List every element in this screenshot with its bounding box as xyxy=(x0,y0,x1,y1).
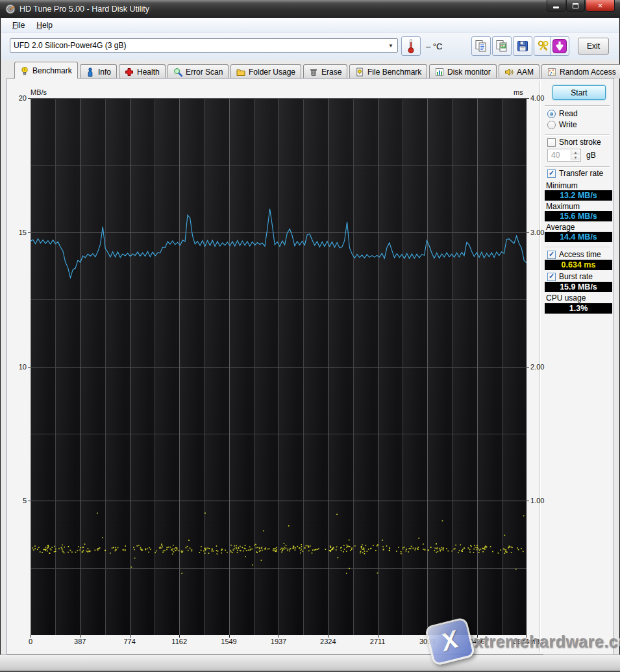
error-scan-icon xyxy=(173,68,182,77)
minimize-icon xyxy=(553,6,559,8)
x-tick-label: 387 xyxy=(74,638,86,645)
tab-label: Health xyxy=(137,68,160,77)
write-radio-row[interactable]: Write xyxy=(547,120,577,129)
write-radio-label: Write xyxy=(559,120,577,129)
random-access-icon xyxy=(547,68,556,77)
tab-benchmark[interactable]: Benchmark xyxy=(14,62,78,79)
capacity-spinner[interactable]: 40 ▲▼ xyxy=(547,149,581,162)
title-bar: HD Tune Pro 5.00 - Hard Disk Utility × xyxy=(0,0,620,18)
app-icon xyxy=(5,4,16,14)
access-time-checkbox[interactable] xyxy=(547,251,556,259)
separator xyxy=(545,134,610,135)
device-select[interactable]: UFD 2.0 Silicon-Power4G (3 gB) ▼ xyxy=(10,38,398,53)
start-button-label: Start xyxy=(571,88,587,97)
tab-aam[interactable]: AAM xyxy=(499,64,539,79)
tab-info[interactable]: Info xyxy=(80,64,117,79)
maximum-label: Maximum xyxy=(546,202,580,211)
save-button[interactable] xyxy=(513,36,532,56)
maximize-icon xyxy=(573,3,578,8)
x-tick-mark xyxy=(527,635,527,638)
average-value: 14.4 MB/s xyxy=(545,232,612,242)
disk-monitor-icon xyxy=(435,68,444,77)
y-left-tick-mark xyxy=(28,367,31,367)
y-right-tick-mark xyxy=(527,367,529,367)
x-tick-label: 1937 xyxy=(271,638,286,645)
spinner-down-icon[interactable]: ▼ xyxy=(571,155,580,160)
x-tick-mark xyxy=(130,635,130,638)
menu-bar: File Help xyxy=(1,18,619,32)
exit-button[interactable]: Exit xyxy=(578,38,609,55)
x-tick-label: 1162 xyxy=(171,638,187,645)
x-tick-label: 3099 xyxy=(419,638,435,645)
short-stroke-row[interactable]: Short stroke xyxy=(547,138,601,147)
toolbar: UFD 2.0 Silicon-Power4G (3 gB) ▼ – °C xyxy=(1,32,619,60)
x-tick-label: 2324 xyxy=(320,638,336,645)
burst-rate-row[interactable]: Burst rate xyxy=(547,272,593,281)
tab-label: Erase xyxy=(321,68,341,77)
x-tick-label: 2711 xyxy=(370,638,386,645)
x-tick-mark xyxy=(179,635,180,638)
tab-error-scan[interactable]: Error Scan xyxy=(167,64,229,79)
tab-health[interactable]: Health xyxy=(119,64,166,79)
transfer-rate-checkbox[interactable] xyxy=(547,169,556,178)
start-button[interactable]: Start xyxy=(552,85,606,100)
read-radio[interactable] xyxy=(547,110,556,118)
copy-text-button[interactable] xyxy=(471,36,491,56)
options-keys-icon xyxy=(537,40,550,53)
chevron-down-icon[interactable]: ▼ xyxy=(386,40,396,51)
menu-help[interactable]: Help xyxy=(31,19,58,31)
capacity-row: 40 ▲▼ gB xyxy=(547,149,596,162)
read-radio-row[interactable]: Read xyxy=(547,109,578,118)
info-icon xyxy=(86,68,95,77)
x-tick-mark xyxy=(477,635,478,638)
minimize-button[interactable] xyxy=(547,0,565,12)
write-radio[interactable] xyxy=(547,121,556,129)
access-time-row[interactable]: Access time xyxy=(547,250,601,259)
copy-image-button[interactable] xyxy=(492,36,512,56)
x-tick-mark xyxy=(427,635,428,638)
tab-file-benchmark[interactable]: File Benchmark xyxy=(349,64,427,79)
y-left-tick-label: 20 xyxy=(10,94,27,102)
y-right-tick-label: 3.00 xyxy=(530,229,552,236)
tab-disk-monitor[interactable]: Disk monitor xyxy=(429,64,497,79)
x-tick-mark xyxy=(378,635,378,638)
device-select-value: UFD 2.0 Silicon-Power4G (3 gB) xyxy=(14,41,126,50)
temperature-button[interactable] xyxy=(401,36,421,56)
spinner-arrows[interactable]: ▲▼ xyxy=(571,150,580,160)
benchmark-icon xyxy=(20,66,29,75)
spinner-up-icon[interactable]: ▲ xyxy=(571,150,580,155)
close-button[interactable]: × xyxy=(586,0,615,12)
tab-erase[interactable]: Erase xyxy=(303,64,347,79)
minimum-label: Minimum xyxy=(546,181,578,190)
close-icon: × xyxy=(598,1,603,10)
maximize-button[interactable] xyxy=(566,0,585,12)
burst-rate-checkbox[interactable] xyxy=(547,273,556,281)
tab-label: Info xyxy=(98,68,111,77)
x-tick-mark xyxy=(229,635,230,638)
tab-label: File Benchmark xyxy=(367,68,421,77)
transfer-rate-label: Transfer rate xyxy=(559,169,603,178)
tab-random-access[interactable]: Random Access xyxy=(541,64,620,79)
erase-icon xyxy=(309,68,318,77)
exit-button-label: Exit xyxy=(587,42,600,51)
capacity-unit: gB xyxy=(586,151,596,160)
separator xyxy=(545,247,610,247)
health-icon xyxy=(125,68,134,77)
tab-label: Disk monitor xyxy=(447,68,491,77)
save-icon xyxy=(516,40,529,53)
window-title: HD Tune Pro 5.00 - Hard Disk Utility xyxy=(19,5,149,14)
x-tick-mark xyxy=(328,635,329,638)
menu-file[interactable]: File xyxy=(6,19,31,31)
transfer-rate-row[interactable]: Transfer rate xyxy=(547,169,603,178)
tab-label: Benchmark xyxy=(32,66,72,75)
y-left-tick-label: 5 xyxy=(10,497,27,504)
file-benchmark-icon xyxy=(355,68,364,77)
separator xyxy=(545,105,610,106)
x-tick-label: 774 xyxy=(123,638,135,645)
update-button[interactable] xyxy=(550,36,569,56)
read-radio-label: Read xyxy=(559,109,578,118)
access-time-value: 0.634 ms xyxy=(545,260,612,270)
tab-folder-usage[interactable]: Folder Usage xyxy=(230,64,301,79)
short-stroke-checkbox[interactable] xyxy=(547,138,556,147)
y-right-tick-label: 2.00 xyxy=(530,363,552,371)
